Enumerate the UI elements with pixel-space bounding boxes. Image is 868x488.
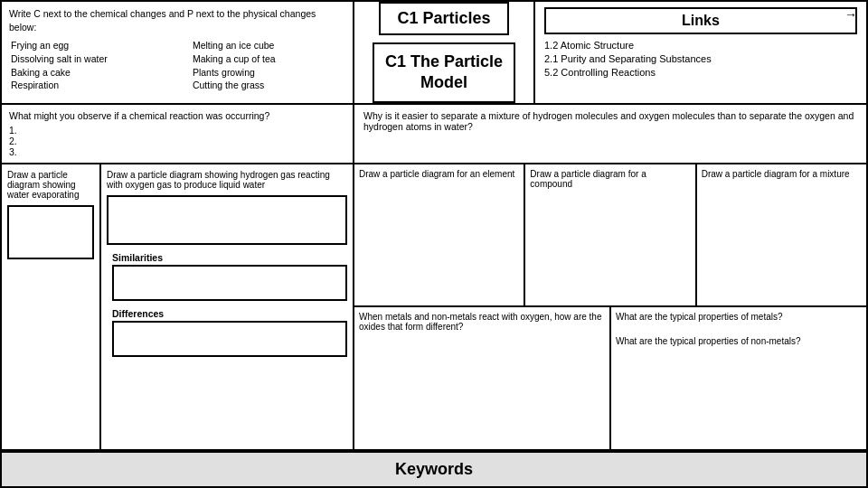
mid-left-panel: What might you observe if a chemical rea… xyxy=(2,105,354,163)
particle-diagrams-top: Draw a particle diagram for an element D… xyxy=(354,164,866,308)
top-row: Write C next to the chemical changes and… xyxy=(2,2,866,105)
c1-particles-label: C1 Particles xyxy=(379,2,508,35)
item-right-1: Melting an ice cube xyxy=(193,39,344,52)
item-right-2: Making a cup of tea xyxy=(193,52,344,66)
top-left-panel: Write C next to the chemical changes and… xyxy=(2,2,354,103)
number-1: 1. xyxy=(9,125,345,136)
mixture-box: Draw a particle diagram for a mixture xyxy=(697,164,866,306)
arrow-icon: → xyxy=(844,7,857,22)
differences-label: Differences xyxy=(112,308,347,319)
keywords-bar: Keywords xyxy=(2,451,866,486)
metals-react-box: When metals and non-metals react with ox… xyxy=(354,307,611,449)
hydrogen-gas-text: Draw a particle diagram showing hydrogen… xyxy=(107,170,347,190)
mid-row2-left: Draw a particle diagram showing water ev… xyxy=(2,164,354,449)
link-item-3[interactable]: 5.2 Controlling Reactions xyxy=(544,67,857,78)
element-text: Draw a particle diagram for an element xyxy=(359,169,519,179)
element-box: Draw a particle diagram for an element xyxy=(354,164,525,306)
link-item-2[interactable]: 2.1 Purity and Separating Substances xyxy=(544,53,857,64)
middle-row-2: Draw a particle diagram showing water ev… xyxy=(2,164,866,451)
middle-row-1: What might you observe if a chemical rea… xyxy=(2,105,866,164)
mid-row2-right: Draw a particle diagram for an element D… xyxy=(354,164,866,449)
typical-nonmetals-text: What are the typical properties of non-m… xyxy=(616,336,862,346)
chemical-reaction-question: What might you observe if a chemical rea… xyxy=(9,110,345,121)
keywords-label: Keywords xyxy=(395,460,473,478)
mixture-question: Why is it easier to separate a mixture o… xyxy=(363,110,857,132)
particle-diagrams-bottom: When metals and non-metals react with ox… xyxy=(354,307,866,449)
number-3: 3. xyxy=(9,146,345,157)
typical-metals-text: What are the typical properties of metal… xyxy=(616,312,862,322)
c1-model-label: C1 The Particle Model xyxy=(373,42,515,103)
water-evaporating-text: Draw a particle diagram showing water ev… xyxy=(7,170,94,200)
link-item-1[interactable]: 1.2 Atomic Structure xyxy=(544,40,857,51)
hydrogen-gas-panel: Draw a particle diagram showing hydrogen… xyxy=(101,164,353,449)
metals-react-text: When metals and non-metals react with ox… xyxy=(359,312,605,332)
item-left-2: Dissolving salt in water xyxy=(11,52,173,66)
item-right-3: Plants growing xyxy=(193,66,344,80)
top-center-panel: C1 Particles C1 The Particle Model xyxy=(354,2,535,103)
similarities-label: Similarities xyxy=(112,252,347,263)
top-right-panel: Links → 1.2 Atomic Structure 2.1 Purity … xyxy=(535,2,866,103)
app-container: Write C next to the chemical changes and… xyxy=(0,0,868,488)
item-right-4: Cutting the grass xyxy=(193,79,344,92)
links-list: 1.2 Atomic Structure 2.1 Purity and Sepa… xyxy=(544,40,857,78)
metals-properties-box: What are the typical properties of metal… xyxy=(611,307,866,449)
mixture-text: Draw a particle diagram for a mixture xyxy=(702,169,862,179)
item-left-3: Baking a cake xyxy=(11,66,173,80)
item-left-1: Frying an egg xyxy=(11,39,173,52)
item-left-4: Respiration xyxy=(11,79,173,92)
number-2: 2. xyxy=(9,136,345,146)
compound-text: Draw a particle diagram for a compound xyxy=(530,169,690,189)
instruction-text: Write C next to the chemical changes and… xyxy=(9,7,345,33)
links-title: Links xyxy=(544,7,857,34)
compound-box: Draw a particle diagram for a compound xyxy=(525,164,696,306)
mid-right-panel: Why is it easier to separate a mixture o… xyxy=(354,105,866,163)
water-evaporating-panel: Draw a particle diagram showing water ev… xyxy=(2,164,101,449)
